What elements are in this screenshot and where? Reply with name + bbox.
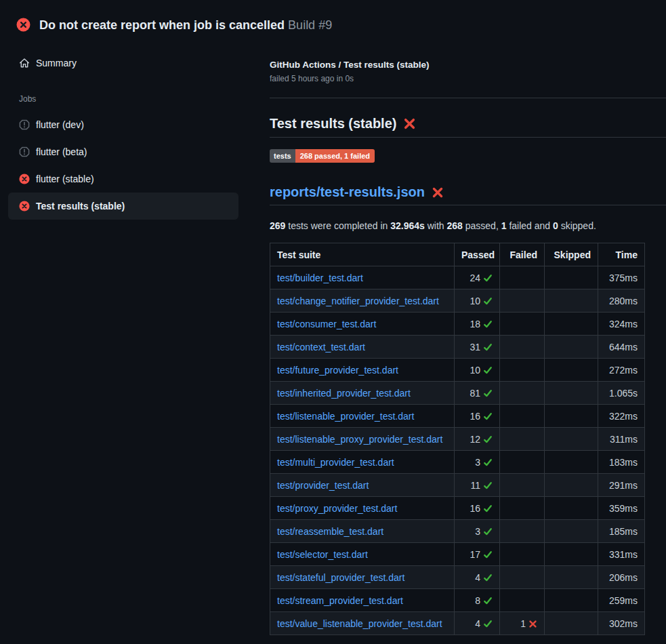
test-suite-cell: test/builder_test.dart (270, 266, 455, 289)
skipped-cell (545, 289, 598, 313)
check-icon (483, 550, 493, 559)
test-suite-cell: test/value_listenable_provider_test.dart (270, 612, 455, 635)
column-header-skipped: Skipped (545, 243, 598, 266)
sidebar-item-label: flutter (stable) (36, 174, 94, 184)
table-row: test/listenable_provider_test.dart16322m… (270, 405, 645, 428)
passed-count: 24 (470, 273, 480, 283)
failed-cell (500, 589, 545, 612)
passed-count: 3 (475, 526, 480, 537)
jobs-section-label: Jobs (8, 77, 238, 111)
failed-count: 1 (520, 618, 526, 629)
summary-segment: with (425, 220, 447, 231)
sidebar: Summary Jobs flutter (dev) flut (0, 38, 270, 220)
check-run-output: GitHub Actions / Test results (stable) f… (270, 38, 666, 635)
skipped-cell (545, 474, 598, 497)
check-icon (483, 458, 493, 467)
test-suite-link[interactable]: test/context_test.dart (277, 342, 365, 353)
stop-icon (19, 119, 30, 130)
sidebar-item-test-results-stable[interactable]: Test results (stable) (8, 193, 238, 220)
passed-count: 12 (470, 434, 480, 445)
passed-cell: 4 (455, 566, 500, 589)
passed-cell: 24 (455, 266, 500, 289)
check-icon (483, 273, 493, 283)
time-value: 359ms (598, 497, 645, 520)
build-number: Build #9 (288, 18, 332, 32)
table-row: test/proxy_provider_test.dart16359ms (270, 497, 645, 520)
skipped-cell (545, 266, 598, 289)
test-suite-link[interactable]: test/listenable_provider_test.dart (277, 411, 414, 422)
sidebar-item-label: Test results (stable) (36, 201, 125, 212)
test-suite-link[interactable]: test/stream_provider_test.dart (277, 595, 403, 606)
table-row: test/future_provider_test.dart10272ms (270, 359, 645, 382)
test-suite-link[interactable]: test/builder_test.dart (277, 273, 363, 283)
sidebar-item-label: flutter (beta) (36, 146, 87, 157)
failed-cell (500, 266, 545, 289)
test-suite-link[interactable]: test/multi_provider_test.dart (277, 457, 394, 468)
check-icon (483, 527, 493, 536)
test-suite-cell: test/listenable_proxy_provider_test.dart (270, 428, 455, 451)
passed-cell: 12 (455, 428, 500, 451)
test-suite-link[interactable]: test/stateful_provider_test.dart (277, 572, 404, 583)
badge-value: 268 passed, 1 failed (295, 149, 375, 163)
test-suite-link[interactable]: test/listenable_proxy_provider_test.dart (277, 434, 442, 445)
skipped-cell (545, 428, 598, 451)
column-header-test-suite: Test suite (270, 243, 455, 266)
time-value: 1.065s (598, 382, 645, 405)
sidebar-item-summary[interactable]: Summary (8, 49, 238, 77)
test-suite-link[interactable]: test/change_notifier_provider_test.dart (277, 296, 439, 306)
table-row: test/consumer_test.dart18324ms (270, 313, 645, 336)
passed-cell: 17 (455, 543, 500, 566)
test-suite-link[interactable]: test/proxy_provider_test.dart (277, 503, 397, 514)
passed-cell: 10 (455, 289, 500, 313)
summary-segment: skipped. (558, 220, 596, 231)
sidebar-item-flutter-stable[interactable]: flutter (stable) (8, 165, 238, 193)
passed-cell: 31 (455, 336, 500, 359)
tests-badge: tests 268 passed, 1 failed (270, 149, 375, 163)
table-row: test/reassemble_test.dart3185ms (270, 520, 645, 543)
home-icon (19, 58, 30, 68)
failed-cell (500, 382, 545, 405)
test-suite-link[interactable]: test/selector_test.dart (277, 549, 368, 560)
table-row: test/inherited_provider_test.dart811.065… (270, 382, 645, 405)
test-suite-cell: test/selector_test.dart (270, 543, 455, 566)
skipped-cell (545, 520, 598, 543)
column-header-passed: Passed (455, 243, 500, 266)
report-link[interactable]: reports/test-results.json (270, 184, 425, 201)
check-icon (483, 388, 493, 398)
test-suite-link[interactable]: test/future_provider_test.dart (277, 365, 398, 376)
stop-icon (19, 146, 30, 157)
failed-cell (500, 428, 545, 451)
table-header-row: Test suite Passed Failed Skipped Time (270, 243, 645, 266)
sidebar-item-flutter-dev[interactable]: flutter (dev) (8, 111, 238, 138)
table-row: test/provider_test.dart11291ms (270, 474, 645, 497)
test-suite-link[interactable]: test/reassemble_test.dart (277, 526, 383, 537)
check-run-header: Do not create report when job is cancell… (0, 0, 666, 38)
passed-count: 10 (470, 296, 480, 306)
passed-cell: 4 (455, 612, 500, 635)
test-suite-link[interactable]: test/provider_test.dart (277, 480, 369, 491)
passed-cell: 3 (455, 520, 500, 543)
passed-cell: 3 (455, 451, 500, 474)
cross-icon (403, 117, 416, 130)
table-row: test/value_listenable_provider_test.dart… (270, 612, 645, 635)
passed-count: 16 (470, 411, 480, 422)
table-row: test/selector_test.dart17331ms (270, 543, 645, 566)
test-suite-cell: test/context_test.dart (270, 336, 455, 359)
test-suite-link[interactable]: test/consumer_test.dart (277, 319, 376, 329)
results-table-body: test/builder_test.dart24375mstest/change… (270, 266, 645, 635)
time-value: 272ms (598, 359, 645, 382)
time-value: 331ms (598, 543, 645, 566)
time-value: 375ms (598, 266, 645, 289)
column-header-failed: Failed (500, 243, 545, 266)
test-suite-link[interactable]: test/inherited_provider_test.dart (277, 388, 411, 399)
summary-segment: 32.964s (390, 220, 425, 231)
test-suite-link[interactable]: test/value_listenable_provider_test.dart (277, 618, 442, 629)
failed-cell (500, 451, 545, 474)
summary-segment: failed and (507, 220, 554, 231)
time-value: 322ms (598, 405, 645, 428)
check-icon (483, 504, 493, 513)
time-value: 311ms (598, 428, 645, 451)
failed-cell: 1 (500, 612, 545, 635)
sidebar-item-flutter-beta[interactable]: flutter (beta) (8, 138, 238, 165)
passed-count: 31 (470, 342, 480, 353)
